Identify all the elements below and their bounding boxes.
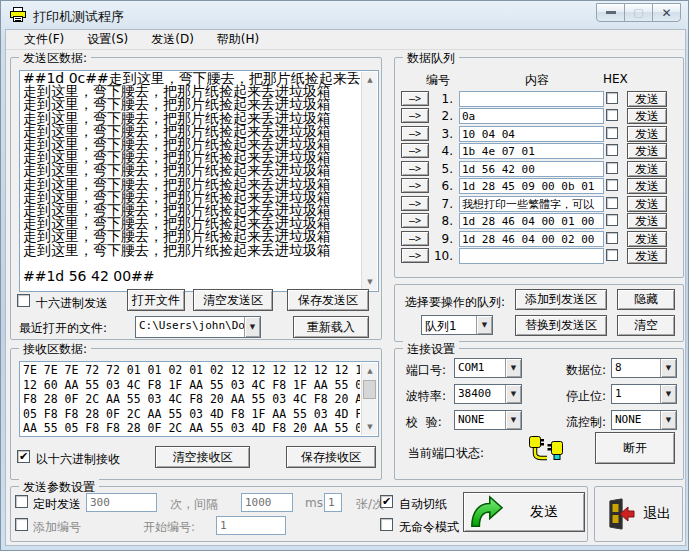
queue-content-input[interactable]: [459, 108, 604, 124]
chevron-down-icon[interactable]: ▼: [660, 359, 676, 377]
queue-move-button[interactable]: —>: [401, 161, 429, 176]
queue-content-input[interactable]: [459, 161, 604, 177]
queue-hex-checkbox[interactable]: [606, 197, 618, 209]
hex-recv-checkbox[interactable]: ✔: [17, 450, 30, 463]
queue-hex-checkbox[interactable]: [606, 179, 618, 191]
exit-button[interactable]: 退出: [598, 491, 680, 537]
chevron-down-icon[interactable]: ▼: [505, 411, 521, 429]
queue-send-button[interactable]: 发送: [627, 108, 667, 124]
queue-move-button[interactable]: —>: [401, 196, 429, 211]
queue-content-input[interactable]: [459, 213, 604, 229]
queue-move-button[interactable]: —>: [401, 213, 429, 228]
recv-textarea[interactable]: 7E 7E 7E 72 72 01 01 02 01 02 12 12 12 1…: [19, 361, 379, 437]
reload-button[interactable]: 重新载入: [293, 316, 369, 338]
recv-text[interactable]: 7E 7E 7E 72 72 01 01 02 01 02 12 12 12 1…: [23, 363, 360, 436]
scroll-up-icon[interactable]: ▲: [362, 72, 378, 88]
scroll-up-icon[interactable]: ▲: [362, 363, 378, 379]
queue-move-button[interactable]: —>: [401, 108, 429, 123]
queue-row: —> 5. 发送: [401, 161, 679, 178]
interval-input[interactable]: [241, 493, 293, 512]
queue-hex-checkbox[interactable]: [606, 214, 618, 226]
port-combobox[interactable]: COM1 ▼: [454, 358, 522, 378]
queue-content-input[interactable]: [459, 196, 604, 212]
add-number-checkbox[interactable]: [15, 518, 28, 531]
queue-send-button[interactable]: 发送: [627, 213, 667, 229]
hide-button[interactable]: 隐藏: [617, 289, 675, 310]
save-recv-button[interactable]: 保存接收区: [286, 446, 376, 468]
queue-hex-checkbox[interactable]: [606, 162, 618, 174]
chevron-down-icon[interactable]: ▼: [660, 385, 676, 403]
queue-move-button[interactable]: —>: [401, 231, 429, 246]
queue-hex-checkbox[interactable]: [606, 144, 618, 156]
menu-settings[interactable]: 设置(S): [77, 30, 138, 50]
queue-hex-checkbox[interactable]: [606, 249, 618, 261]
title-bar[interactable]: 打印机测试程序 ▢ ✕: [1, 1, 688, 29]
send-text[interactable]: ##1d 0c##走到这里，弯下腰去，把那片纸捡起来丢进垃圾箱 走到这里，弯下腰…: [23, 72, 360, 291]
flow-combobox[interactable]: NONE ▼: [611, 410, 677, 430]
queue-hex-checkbox[interactable]: [606, 232, 618, 244]
queue-select-combobox[interactable]: 队列1 ▼: [421, 315, 493, 335]
clear-send-button[interactable]: 清空发送区: [193, 289, 273, 311]
queue-hex-checkbox[interactable]: [606, 127, 618, 139]
disconnect-button[interactable]: 断开: [595, 432, 675, 464]
scroll-down-icon[interactable]: ▼: [362, 419, 378, 435]
queue-send-button[interactable]: 发送: [627, 143, 667, 159]
maximize-button[interactable]: ▢: [624, 3, 653, 22]
chevron-down-icon[interactable]: ▼: [476, 316, 492, 334]
queue-content-input[interactable]: [459, 126, 604, 142]
baud-combobox[interactable]: 38400 ▼: [454, 384, 522, 404]
hex-send-checkbox[interactable]: [17, 294, 30, 307]
scroll-thumb[interactable]: [363, 380, 376, 399]
queue-move-button[interactable]: —>: [401, 248, 429, 263]
databits-combobox[interactable]: 8 ▼: [611, 358, 677, 378]
chevron-down-icon[interactable]: ▼: [505, 359, 521, 377]
queue-move-button[interactable]: —>: [401, 91, 429, 106]
clear-recv-button[interactable]: 清空接收区: [155, 446, 250, 468]
menu-help[interactable]: 帮助(H): [207, 30, 269, 50]
auto-cut-checkbox[interactable]: ✔: [380, 495, 393, 508]
clear-queue-button[interactable]: 清空: [617, 315, 675, 336]
scroll-down-icon[interactable]: ▼: [362, 274, 378, 290]
queue-hex-checkbox[interactable]: [606, 109, 618, 121]
menu-send[interactable]: 发送(D): [141, 30, 204, 50]
send-textarea[interactable]: ##1d 0c##走到这里，弯下腰去，把那片纸捡起来丢进垃圾箱 走到这里，弯下腰…: [19, 70, 379, 292]
recv-area-group: 接收区数据: 7E 7E 7E 72 72 01 01 02 01 02 12 …: [10, 348, 382, 480]
stopbits-combobox[interactable]: 1 ▼: [611, 384, 677, 404]
queue-content-input[interactable]: [459, 248, 604, 264]
queue-hex-checkbox[interactable]: [606, 92, 618, 104]
times-input[interactable]: [86, 493, 157, 512]
no-cmd-checkbox[interactable]: [380, 518, 393, 531]
queue-send-button[interactable]: 发送: [627, 161, 667, 177]
queue-content-input[interactable]: [459, 178, 604, 194]
send-button[interactable]: 发送: [463, 492, 585, 532]
queue-content-input[interactable]: [459, 143, 604, 159]
queue-content-input[interactable]: [459, 91, 604, 107]
queue-send-button[interactable]: 发送: [627, 91, 667, 107]
close-button[interactable]: ✕: [652, 3, 681, 22]
chevron-down-icon[interactable]: ▼: [505, 385, 521, 403]
recv-scrollbar[interactable]: ▲ ▼: [361, 363, 377, 435]
replace-to-send-button[interactable]: 替换到发送区: [515, 315, 607, 336]
timed-send-checkbox[interactable]: [15, 495, 28, 508]
queue-move-button[interactable]: —>: [401, 126, 429, 141]
chevron-down-icon[interactable]: ▼: [660, 411, 676, 429]
add-to-send-button[interactable]: 添加到发送区: [515, 289, 607, 310]
parity-combobox[interactable]: NONE ▼: [454, 410, 522, 430]
chevron-down-icon[interactable]: ▼: [244, 317, 260, 337]
queue-send-button[interactable]: 发送: [627, 126, 667, 142]
menu-file[interactable]: 文件(F): [14, 30, 74, 50]
queue-move-button[interactable]: —>: [401, 178, 429, 193]
queue-content-input[interactable]: [459, 231, 604, 247]
open-file-button[interactable]: 打开文件: [127, 289, 185, 311]
queue-send-button[interactable]: 发送: [627, 196, 667, 212]
queue-send-button[interactable]: 发送: [627, 248, 667, 264]
queue-send-button[interactable]: 发送: [627, 178, 667, 194]
start-number-input[interactable]: [216, 516, 286, 535]
recent-file-combobox[interactable]: C:\Users\john\Document ▼: [135, 316, 261, 338]
send-scrollbar[interactable]: ▲ ▼: [361, 72, 377, 290]
queue-send-button[interactable]: 发送: [627, 231, 667, 247]
save-send-button[interactable]: 保存发送区: [287, 289, 369, 311]
per-input[interactable]: [324, 493, 342, 512]
queue-move-button[interactable]: —>: [401, 143, 429, 158]
minimize-button[interactable]: [596, 3, 625, 22]
